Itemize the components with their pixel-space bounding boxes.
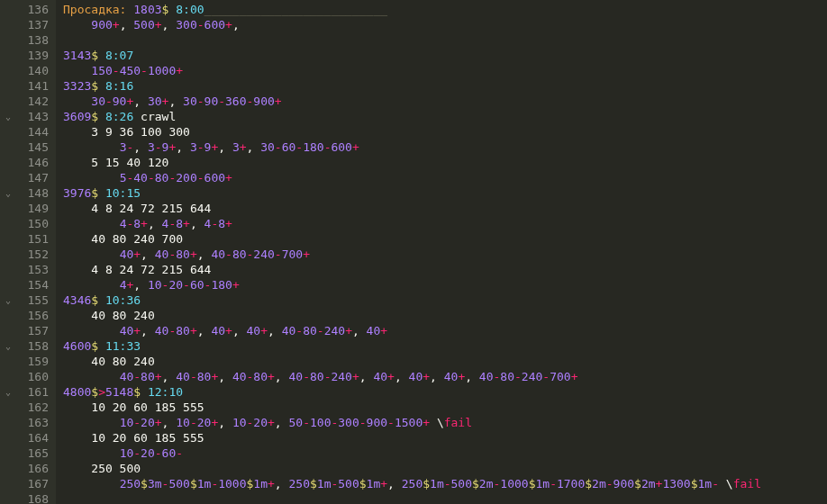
code-line[interactable]: 4 8 24 72 215 644	[63, 201, 827, 216]
code-line[interactable]: 3976$ 10:15	[63, 185, 827, 201]
line-number-gutter[interactable]: 136137138139140141142143⌄144145146147148…	[0, 0, 56, 504]
code-line[interactable]: 40 80 240	[63, 308, 827, 323]
token	[63, 370, 120, 383]
token: +	[387, 370, 395, 383]
line-number[interactable]: 164	[9, 430, 49, 446]
code-line[interactable]: 4600$ 11:33	[63, 338, 827, 354]
code-line[interactable]: 40 80 240	[63, 354, 827, 369]
code-line[interactable]: 900+, 500+, 300-600+,	[63, 17, 827, 32]
line-number[interactable]: 159	[9, 354, 49, 369]
token: 3	[148, 140, 155, 154]
fold-chevron-icon[interactable]: ⌄	[5, 292, 11, 308]
token: -	[275, 140, 282, 154]
line-number[interactable]: 150	[9, 216, 49, 231]
code-line[interactable]: 3-, 3-9+, 3-9+, 3+, 30-60-180-600+	[63, 140, 827, 155]
code-line[interactable]: 10 20 60 185 555	[63, 400, 827, 415]
line-number[interactable]: 146	[9, 155, 49, 170]
token: +	[133, 248, 141, 261]
line-number[interactable]: 147	[9, 170, 49, 185]
line-number[interactable]: 141	[9, 78, 49, 94]
code-line[interactable]: 250 500	[63, 461, 827, 476]
code-line[interactable]	[63, 32, 827, 48]
token: 30	[260, 140, 275, 154]
line-number[interactable]: 158⌄	[9, 338, 49, 354]
line-number[interactable]: 137	[9, 17, 49, 32]
code-line[interactable]: 10 20 60 185 555	[63, 430, 827, 446]
line-number[interactable]: 148⌄	[9, 185, 49, 201]
token: 40	[211, 324, 225, 338]
line-number[interactable]: 165	[9, 446, 49, 461]
code-line[interactable]: 3609$ 8:26 crawl	[63, 109, 827, 124]
line-number[interactable]: 163	[9, 415, 49, 430]
token: 80	[176, 324, 190, 338]
code-line[interactable]: 40 80 240 700	[63, 231, 827, 247]
code-line[interactable]: 4800$>5148$ 12:10	[63, 384, 827, 400]
line-number[interactable]: 140	[9, 63, 49, 78]
code-line[interactable]: 30-90+, 30+, 30-90-360-900+	[63, 94, 827, 109]
line-number[interactable]: 152	[9, 247, 49, 262]
code-line[interactable]: 5-40-80-200-600+	[63, 170, 827, 185]
code-line[interactable]: 40-80+, 40-80+, 40-80+, 40-80-240+, 40+,…	[63, 369, 827, 384]
fold-chevron-icon[interactable]: ⌄	[5, 384, 11, 400]
code-line[interactable]: Просадка: 1803$ 8:00____________________…	[63, 2, 827, 17]
line-number[interactable]: 153	[9, 262, 49, 277]
code-line[interactable]: 250$3m-500$1m-1000$1m+, 250$1m-500$1m+, …	[63, 476, 827, 491]
token: +	[380, 324, 387, 338]
token	[63, 64, 91, 77]
line-number[interactable]: 160	[9, 369, 49, 384]
token: 700	[282, 248, 303, 261]
line-number[interactable]: 156	[9, 308, 49, 323]
line-number[interactable]: 151	[9, 231, 49, 247]
line-number[interactable]: 144	[9, 124, 49, 140]
line-number[interactable]: 149	[9, 201, 49, 216]
token: +	[176, 64, 183, 77]
token: $	[133, 385, 148, 399]
fold-chevron-icon[interactable]: ⌄	[5, 109, 11, 124]
code-line[interactable]: 10-20+, 10-20+, 10-20+, 50-100-300-900-1…	[63, 415, 827, 430]
token: 600	[204, 18, 225, 32]
token: -	[133, 370, 141, 383]
fold-chevron-icon[interactable]: ⌄	[5, 338, 11, 354]
line-number[interactable]: 143⌄	[9, 109, 49, 124]
token: +	[275, 94, 282, 108]
line-number[interactable]: 168	[9, 491, 49, 504]
line-number[interactable]: 155⌄	[9, 292, 49, 308]
token	[63, 416, 120, 429]
code-line[interactable]: 4-8+, 4-8+, 4-8+	[63, 216, 827, 231]
code-line[interactable]: 5 15 40 120	[63, 155, 827, 170]
code-line[interactable]: 10-20-60-	[63, 446, 827, 461]
token: 300	[176, 18, 196, 32]
code-content[interactable]: Просадка: 1803$ 8:00____________________…	[56, 0, 827, 504]
line-number[interactable]: 161⌄	[9, 384, 49, 400]
token: -	[444, 477, 451, 490]
line-number[interactable]: 139	[9, 48, 49, 63]
code-line[interactable]: 4 8 24 72 215 644	[63, 262, 827, 277]
line-number[interactable]: 138	[9, 32, 49, 48]
token: $	[585, 477, 592, 490]
code-line[interactable]	[63, 491, 827, 504]
code-line[interactable]: 3143$ 8:07	[63, 48, 827, 63]
line-number[interactable]: 142	[9, 94, 49, 109]
line-number[interactable]: 136	[9, 2, 49, 17]
token	[63, 324, 120, 338]
token: 180	[211, 278, 232, 292]
code-line[interactable]: 150-450-1000+	[63, 63, 827, 78]
line-number[interactable]: 157	[9, 323, 49, 338]
line-number[interactable]: 166	[9, 461, 49, 476]
code-line[interactable]: 40+, 40-80+, 40-80-240-700+	[63, 247, 827, 262]
code-line[interactable]: 4+, 10-20-60-180+	[63, 277, 827, 292]
code-line[interactable]: 4346$ 10:36	[63, 292, 827, 308]
code-line[interactable]: 3323$ 8:16	[63, 78, 827, 94]
token: $	[190, 477, 197, 490]
fold-chevron-icon[interactable]: ⌄	[5, 185, 11, 201]
line-number[interactable]: 162	[9, 400, 49, 415]
token: $	[91, 293, 105, 307]
code-line[interactable]: 40+, 40-80+, 40+, 40+, 40-80-240+, 40+	[63, 323, 827, 338]
token: 700	[550, 370, 570, 383]
line-number[interactable]: 145	[9, 140, 49, 155]
code-line[interactable]: 3 9 36 100 300	[63, 124, 827, 140]
line-number[interactable]: 154	[9, 277, 49, 292]
token: ,	[162, 370, 177, 383]
line-number[interactable]: 167	[9, 476, 49, 491]
token: 300	[338, 416, 359, 429]
